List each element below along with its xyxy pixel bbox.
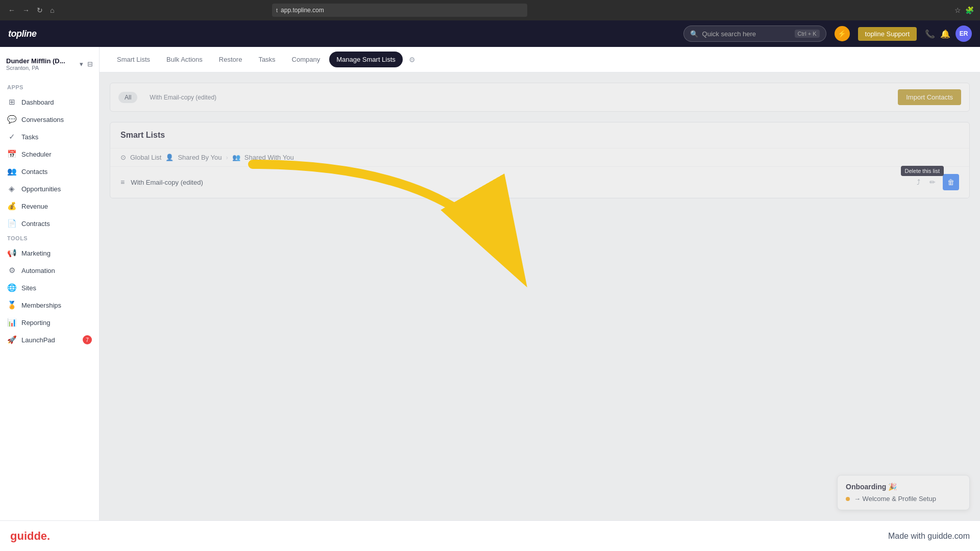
lightning-icon: ⚡ bbox=[838, 30, 846, 38]
lists-navigation: ⊙ Global List 👤 Shared By You › 👥 Shared… bbox=[110, 148, 969, 167]
page-content: All With Email-copy (edited) Import Cont… bbox=[100, 72, 980, 520]
sidebar-item-label: Automation bbox=[21, 267, 55, 274]
sidebar-item-contracts[interactable]: 📄 Contracts bbox=[0, 215, 99, 232]
main-content: Smart Lists Bulk Actions Restore Tasks C… bbox=[100, 47, 980, 520]
phone-icon: 📞 bbox=[925, 30, 935, 38]
browser-actions: ☆ 🧩 bbox=[954, 6, 974, 14]
global-list-link[interactable]: Global List bbox=[130, 154, 161, 161]
list-menu-icon: ≡ bbox=[120, 178, 125, 186]
browser-nav: ← → ↻ ⌂ bbox=[6, 5, 56, 15]
browser-chrome: ← → ↻ ⌂ t app.topline.com ☆ 🧩 bbox=[0, 0, 980, 20]
delete-button[interactable]: 🗑 bbox=[943, 174, 959, 190]
search-shortcut: Ctrl + K bbox=[795, 30, 820, 38]
list-item-name: With Email-copy (edited) bbox=[131, 179, 203, 186]
extensions-button[interactable]: 🧩 bbox=[965, 6, 974, 14]
sidebar-item-label: Scheduler bbox=[21, 151, 52, 158]
smart-lists-title: Smart Lists bbox=[110, 122, 969, 148]
delete-tooltip: Delete this list bbox=[901, 166, 944, 176]
tab-tasks[interactable]: Tasks bbox=[251, 52, 282, 67]
tab-smart-lists[interactable]: Smart Lists bbox=[110, 52, 157, 67]
sidebar-item-label: Memberships bbox=[21, 302, 61, 309]
back-button[interactable]: ← bbox=[6, 5, 17, 15]
tab-settings-icon[interactable]: ⚙ bbox=[409, 56, 415, 64]
shared-by-you-link[interactable]: Shared By You bbox=[178, 154, 222, 161]
org-location: Scranton, PA bbox=[6, 65, 76, 71]
address-bar[interactable]: t app.topline.com bbox=[272, 4, 527, 17]
sidebar-item-marketing[interactable]: 📢 Marketing bbox=[0, 244, 99, 262]
user-avatar[interactable]: ER bbox=[955, 26, 972, 42]
marketing-icon: 📢 bbox=[7, 248, 16, 258]
bell-icon: 🔔 bbox=[940, 30, 950, 38]
scheduler-icon: 📅 bbox=[7, 149, 16, 159]
tab-company[interactable]: Company bbox=[285, 52, 328, 67]
sidebar-toggle-icon[interactable]: ⊟ bbox=[87, 60, 93, 68]
filter-with-email[interactable]: With Email-copy (edited) bbox=[143, 92, 223, 103]
sidebar-item-sites[interactable]: 🌐 Sites bbox=[0, 279, 99, 296]
sidebar-item-label: Conversations bbox=[21, 116, 64, 123]
share-button[interactable]: ⤴ bbox=[915, 176, 922, 188]
site-icon: t bbox=[276, 7, 278, 13]
global-search[interactable]: 🔍 Quick search here Ctrl + K bbox=[683, 26, 826, 42]
tab-manage-smart-lists[interactable]: Manage Smart Lists bbox=[329, 52, 403, 67]
search-icon: 🔍 bbox=[690, 30, 698, 38]
sidebar-item-label: LaunchPad bbox=[21, 336, 55, 344]
onboarding-dot bbox=[846, 497, 850, 501]
sidebar-item-dashboard[interactable]: ⊞ Dashboard bbox=[0, 93, 99, 111]
separator-1: › bbox=[226, 154, 228, 161]
sidebar-item-conversations[interactable]: 💬 Conversations bbox=[0, 111, 99, 128]
org-name: Dunder Mifflin (D... bbox=[6, 57, 76, 65]
sidebar-item-opportunities[interactable]: ◈ Opportunities bbox=[0, 180, 99, 197]
lightning-button[interactable]: ⚡ bbox=[835, 26, 850, 41]
dashboard-icon: ⊞ bbox=[7, 97, 16, 107]
guidde-tagline: Made with guidde.com bbox=[888, 532, 970, 541]
sidebar-item-scheduler[interactable]: 📅 Scheduler bbox=[0, 145, 99, 163]
sidebar-item-launchpad[interactable]: 🚀 LaunchPad 7 bbox=[0, 331, 99, 348]
nav-icon-buttons: 📞 🔔 ER bbox=[925, 26, 972, 42]
reporting-icon: 📊 bbox=[7, 318, 16, 327]
forward-button[interactable]: → bbox=[20, 5, 32, 15]
filters-bar: All With Email-copy (edited) Import Cont… bbox=[110, 83, 970, 112]
tasks-icon: ✓ bbox=[7, 132, 16, 141]
tab-restore[interactable]: Restore bbox=[212, 52, 250, 67]
sidebar-item-revenue[interactable]: 💰 Revenue bbox=[0, 197, 99, 215]
sidebar-item-label: Contacts bbox=[21, 168, 47, 176]
sidebar-item-label: Contracts bbox=[21, 220, 50, 228]
sidebar-item-label: Tasks bbox=[21, 133, 38, 141]
home-button[interactable]: ⌂ bbox=[48, 5, 56, 15]
shared-with-you-link[interactable]: Shared With You bbox=[244, 154, 294, 161]
contracts-icon: 📄 bbox=[7, 219, 16, 228]
sub-navigation: Smart Lists Bulk Actions Restore Tasks C… bbox=[100, 47, 980, 72]
onboarding-item[interactable]: → Welcome & Profile Setup bbox=[846, 495, 961, 503]
guidde-footer: guidde. Made with guidde.com bbox=[0, 520, 980, 551]
sidebar-item-reporting[interactable]: 📊 Reporting bbox=[0, 314, 99, 331]
phone-button[interactable]: 📞 bbox=[925, 29, 935, 39]
org-selector[interactable]: Dunder Mifflin (D... Scranton, PA ▾ ⊟ bbox=[0, 53, 99, 75]
org-dropdown-icon[interactable]: ▾ bbox=[80, 60, 83, 68]
edit-button[interactable]: ✏ bbox=[927, 176, 938, 188]
shared-by-you-icon: 👤 bbox=[165, 154, 174, 161]
trash-icon: 🗑 bbox=[947, 178, 954, 186]
shared-with-you-icon: 👥 bbox=[232, 154, 240, 161]
memberships-icon: 🏅 bbox=[7, 300, 16, 310]
sidebar-item-label: Sites bbox=[21, 284, 36, 292]
sites-icon: 🌐 bbox=[7, 283, 16, 292]
bell-button[interactable]: 🔔 bbox=[940, 29, 950, 39]
tools-section-label: Tools bbox=[0, 232, 99, 244]
sidebar-item-tasks[interactable]: ✓ Tasks bbox=[0, 128, 99, 145]
onboarding-item-text: → Welcome & Profile Setup bbox=[854, 495, 936, 503]
contacts-icon: 👥 bbox=[7, 167, 16, 176]
sidebar-item-automation[interactable]: ⚙ Automation bbox=[0, 262, 99, 279]
org-info: Dunder Mifflin (D... Scranton, PA bbox=[6, 57, 76, 71]
sidebar-item-memberships[interactable]: 🏅 Memberships bbox=[0, 296, 99, 314]
automation-icon: ⚙ bbox=[7, 266, 16, 275]
filter-all[interactable]: All bbox=[118, 92, 137, 103]
sidebar-item-contacts[interactable]: 👥 Contacts bbox=[0, 163, 99, 180]
tab-bulk-actions[interactable]: Bulk Actions bbox=[159, 52, 210, 67]
bookmark-button[interactable]: ☆ bbox=[954, 6, 961, 14]
top-navigation: topline 🔍 Quick search here Ctrl + K ⚡ t… bbox=[0, 20, 980, 47]
import-contacts-button[interactable]: Import Contacts bbox=[898, 89, 961, 105]
refresh-button[interactable]: ↻ bbox=[35, 5, 45, 15]
sidebar: Dunder Mifflin (D... Scranton, PA ▾ ⊟ Ap… bbox=[0, 47, 100, 520]
support-button[interactable]: topline Support bbox=[858, 27, 917, 41]
global-list-icon: ⊙ bbox=[120, 154, 126, 161]
